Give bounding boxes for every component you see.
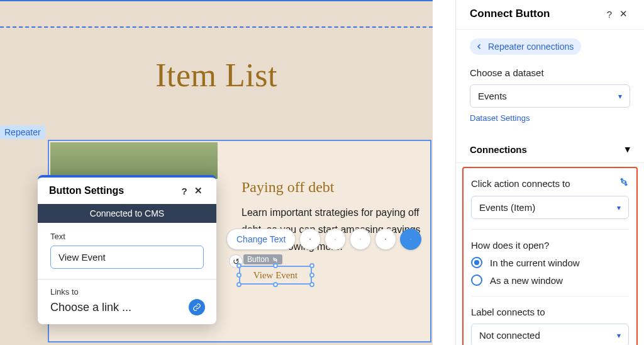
button-settings-popup: Button Settings ? ✕ Connected to CMS Tex…: [38, 175, 216, 324]
dataset-label: Choose a dataset: [470, 67, 630, 78]
svg-rect-1: [310, 239, 311, 240]
connect-panel: Connect Button ? ✕ Repeater connections …: [455, 0, 644, 345]
popup-header: Button Settings ? ✕: [38, 178, 216, 204]
panel-title: Connect Button: [470, 8, 602, 20]
page-title: Item List: [0, 57, 433, 94]
animation-icon[interactable]: [350, 229, 371, 250]
element-type-text: Button: [247, 255, 269, 264]
caret-down-icon: ▾: [625, 144, 630, 155]
connect-indicator-icon[interactable]: [619, 177, 629, 189]
open-current-radio[interactable]: In the current window: [471, 257, 629, 268]
resize-handle[interactable]: [309, 263, 314, 268]
click-action-value: Events (Item): [479, 202, 535, 213]
layout-icon[interactable]: [299, 229, 321, 250]
popup-close-icon[interactable]: ✕: [191, 185, 205, 196]
chevron-down-icon: ▾: [617, 203, 621, 212]
link-icon[interactable]: [189, 299, 205, 315]
radio-icon: [471, 257, 482, 268]
change-text-button[interactable]: Change Text: [226, 229, 296, 250]
connect-mini-icon: [272, 256, 279, 263]
open-current-label: In the current window: [490, 257, 580, 268]
dataset-value: Events: [478, 91, 507, 101]
label-connects-label: Label connects to: [471, 307, 629, 317]
design-icon[interactable]: [325, 229, 346, 250]
element-toolbar: Change Text ?: [226, 227, 421, 252]
open-new-label: As a new window: [490, 275, 563, 286]
resize-handle[interactable]: [236, 263, 242, 268]
popup-title: Button Settings: [49, 185, 124, 196]
click-action-label: Click action connects to: [471, 178, 570, 189]
panel-help-icon[interactable]: ?: [602, 9, 616, 20]
app-root: Item List Repeater Paying off debt Learn…: [0, 0, 644, 345]
panel-close-icon[interactable]: ✕: [616, 8, 630, 20]
radio-icon: [471, 274, 482, 286]
dataset-select[interactable]: Events ▾: [470, 84, 630, 108]
help-icon[interactable]: ?: [375, 229, 396, 250]
resize-handle[interactable]: [273, 282, 278, 287]
resize-handle[interactable]: [236, 273, 242, 278]
resize-handle[interactable]: [236, 282, 242, 287]
open-label: How does it open?: [471, 240, 629, 251]
breadcrumb-text: Repeater connections: [488, 42, 574, 52]
click-action-select[interactable]: Events (Item) ▾: [471, 196, 629, 219]
chevron-down-icon: ▾: [618, 92, 622, 101]
panel-header: Connect Button ? ✕: [456, 0, 644, 30]
links-to-label: Links to: [50, 287, 204, 297]
svg-rect-2: [310, 239, 311, 240]
connections-heading-text: Connections: [470, 144, 527, 155]
connections-highlight: Click action connects to Events (Item) ▾…: [462, 167, 638, 345]
resize-handle[interactable]: [273, 263, 278, 268]
label-connects-select[interactable]: Not connected ▾: [471, 324, 629, 345]
label-connects-value: Not connected: [479, 330, 540, 341]
resize-handle[interactable]: [309, 282, 314, 287]
repeater-tag[interactable]: Repeater: [0, 125, 45, 139]
resize-handle[interactable]: [309, 273, 314, 278]
open-new-radio[interactable]: As a new window: [471, 274, 629, 286]
repeater-item-heading: Paying off debt: [242, 179, 335, 196]
chevron-left-icon: [475, 43, 483, 50]
links-to-value[interactable]: Choose a link ...: [50, 301, 204, 314]
selected-element[interactable]: Button View Event: [239, 266, 312, 285]
editor-canvas[interactable]: Item List Repeater Paying off debt Learn…: [0, 0, 433, 345]
button-text-input[interactable]: [50, 246, 204, 269]
connections-heading[interactable]: Connections ▾: [456, 140, 644, 163]
breadcrumb-chip[interactable]: Repeater connections: [470, 38, 581, 55]
text-field-label: Text: [50, 232, 204, 241]
chevron-down-icon: ▾: [617, 331, 621, 340]
repeater-item-image: [50, 142, 218, 179]
dataset-settings-link[interactable]: Dataset Settings: [470, 113, 530, 123]
connect-data-icon[interactable]: [400, 229, 421, 250]
cms-banner: Connected to CMS: [38, 204, 216, 223]
popup-help-icon[interactable]: ?: [177, 186, 191, 196]
